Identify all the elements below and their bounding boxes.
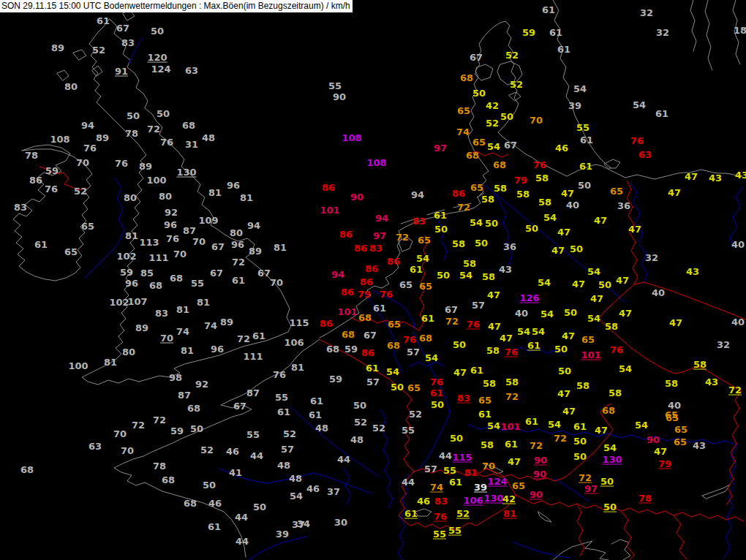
station-value: 54 [587,314,600,323]
station-value: 76 [467,319,480,329]
station-value: 90 [647,435,660,444]
station-value: 89 [51,43,64,53]
station-value: 61 [527,341,540,350]
station-value: 58 [482,272,495,281]
station-value: 50 [578,181,591,190]
station-value: 86 [322,183,335,192]
station-value: 65 [470,183,483,192]
station-value: 72 [554,434,567,443]
station-value: 65 [407,383,421,393]
station-value: 90 [333,92,346,102]
station-value: 30 [334,518,347,527]
station-value: 70 [192,237,206,246]
station-value: 102 [109,298,129,307]
station-value: 101 [581,350,600,360]
station-value: 89 [139,162,152,171]
station-value: 55 [443,466,456,475]
station-value: 108 [50,135,69,144]
station-value: 96 [125,279,138,288]
station-value: 111 [148,253,168,262]
station-value: 81 [240,193,253,203]
station-value: 76 [115,159,128,168]
station-value: 70 [530,116,543,125]
station-value: 50 [253,502,266,512]
station-value: 61 [549,28,562,37]
station-value: 61 [421,314,434,323]
station-value: 94 [411,190,424,200]
station-value: 92 [165,208,178,217]
station-value: 43 [686,267,699,276]
station-value: 46 [306,484,320,493]
station-value: 80 [230,228,243,238]
station-value: 50 [525,224,538,233]
station-value: 65 [472,137,486,147]
station-value: 76 [434,512,447,521]
station-value: 92 [195,379,208,389]
station-value: 59 [45,166,59,175]
station-value: 52 [510,80,523,89]
station-value: 47 [487,290,500,300]
station-value: 61 [525,417,538,426]
station-value: 47 [619,309,632,318]
station-value: 74 [456,127,470,137]
station-value: 81 [503,509,516,518]
station-value: 67 [210,268,223,278]
station-value: 86 [339,230,353,239]
station-value: 76 [160,137,173,147]
station-value: 50 [151,26,164,36]
station-value: 47 [557,227,570,237]
station-value: 47 [628,224,641,234]
station-value: 72 [530,441,543,450]
station-value: 43 [709,173,722,183]
station-value: 80 [124,193,137,203]
station-value: 46 [208,499,222,508]
station-value: 65 [388,319,401,329]
station-value: 68 [466,151,479,160]
station-value: 61 [309,410,322,420]
station-value: 48 [202,133,215,143]
station-value: 40 [731,240,745,249]
station-value: 67 [116,23,129,33]
station-value: 85 [140,268,154,278]
station-value: 55 [191,279,204,288]
station-value: 54 [425,353,438,363]
station-value: 48 [289,474,302,483]
station-value: 54 [459,270,472,280]
station-value: 100 [68,361,88,371]
station-value: 86 [354,243,367,253]
station-value: 32 [717,340,730,349]
station-value: 39 [474,483,487,492]
station-value: 81 [464,468,478,477]
station-value: 61 [557,45,570,54]
station-value: 63 [185,66,198,75]
station-value: 58 [693,360,707,369]
station-value: 55 [246,430,260,439]
station-value: 54 [532,327,545,336]
station-value: 47 [594,216,607,225]
station-value: 50 [450,434,463,443]
station-value: 36 [617,201,630,211]
station-value: 83 [457,393,470,403]
station-value: 68 [187,404,200,413]
station-value: 50 [437,270,450,280]
station-value: 47 [562,331,575,341]
station-value: 58 [605,322,618,331]
station-value: 94 [247,221,260,230]
station-value: 61 [410,265,423,274]
station-value: 101 [320,205,339,215]
station-value: 43 [705,377,718,387]
station-value: 120 [147,53,167,62]
station-value: 57 [472,300,485,310]
station-value: 94 [81,121,94,130]
station-value: 47 [668,188,681,197]
station-value: 50 [475,238,488,248]
station-value: 67 [504,140,517,150]
station-value: 40 [515,309,528,318]
station-value: 89 [96,133,109,143]
station-value: 50 [600,477,614,486]
station-value: 65 [418,235,431,245]
station-value: 50 [453,340,466,349]
station-value: 61 [310,396,323,406]
station-value: 67 [363,330,377,340]
station-value: 61 [579,162,592,171]
